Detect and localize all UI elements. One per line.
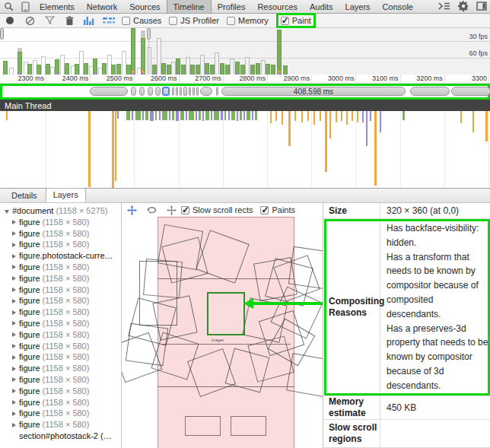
disclosure-triangle-icon[interactable]	[5, 210, 9, 214]
flame-chart[interactable]	[0, 111, 490, 189]
frame-pill[interactable]	[451, 87, 490, 96]
checkbox-paints[interactable]: Paints	[260, 205, 295, 214]
disclosure-triangle-icon[interactable]	[12, 265, 16, 269]
layer-tree-item[interactable]: figure(1158 × 580)	[0, 341, 121, 352]
flame-event-bar[interactable]	[402, 111, 405, 120]
flame-event-bar[interactable]	[329, 111, 331, 138]
disclosure-triangle-icon[interactable]	[12, 344, 16, 348]
flame-event-bar[interactable]	[460, 111, 462, 123]
flame-event-bar[interactable]	[275, 111, 277, 121]
layer-tree-item[interactable]: figure(1158 × 580)	[0, 228, 121, 240]
overview-window-grip-right[interactable]	[147, 28, 151, 40]
flame-event-bar[interactable]	[205, 111, 209, 120]
flame-event-bar[interactable]	[132, 111, 133, 120]
flame-event-bar[interactable]	[135, 111, 141, 120]
disclosure-triangle-icon[interactable]	[12, 276, 16, 281]
frame-pill[interactable]	[139, 87, 145, 96]
tab-layers[interactable]: Layers	[46, 188, 86, 202]
frame-pill[interactable]	[90, 87, 128, 96]
tab-network[interactable]: Network	[81, 0, 123, 13]
disclosure-triangle-icon[interactable]	[12, 389, 16, 393]
layer-outline[interactable]	[143, 259, 183, 298]
tab-details[interactable]: Details	[5, 189, 44, 202]
tab-profiles[interactable]: Profiles	[212, 0, 252, 13]
tab-layers[interactable]: Layers	[339, 0, 377, 13]
checkbox-box[interactable]	[169, 17, 177, 25]
flame-event-bar[interactable]	[231, 111, 235, 120]
flame-event-bar[interactable]	[169, 111, 170, 120]
flame-event-bar[interactable]	[473, 111, 474, 132]
flame-event-bar[interactable]	[117, 111, 119, 119]
disclosure-triangle-icon[interactable]	[12, 400, 16, 405]
disclosure-triangle-icon[interactable]	[12, 367, 16, 371]
frame-pill-selected[interactable]	[162, 87, 170, 96]
flame-event-bar[interactable]	[301, 111, 303, 122]
frames-band[interactable]: 408.598 ms	[0, 84, 490, 100]
flame-event-bar[interactable]	[240, 111, 242, 120]
tab-sources[interactable]: Sources	[123, 0, 166, 13]
layer-tree-item[interactable]: section#photostack-2 (…	[0, 431, 121, 442]
flame-event-bar[interactable]	[150, 111, 154, 121]
checkbox-slow-scroll-rects[interactable]: Slow scroll rects	[181, 205, 253, 214]
checkbox-paint[interactable]: Paint	[276, 13, 316, 28]
checkbox-box[interactable]	[260, 206, 269, 214]
disclosure-triangle-icon[interactable]	[12, 299, 16, 303]
flame-event-bar[interactable]	[155, 111, 157, 120]
disclosure-triangle-icon[interactable]	[12, 310, 16, 315]
disclosure-triangle-icon[interactable]	[12, 231, 16, 236]
frames-mode-icon[interactable]	[99, 14, 119, 27]
settings-icon[interactable]	[458, 1, 469, 13]
frame-pill[interactable]	[192, 87, 195, 96]
layer-tree-item[interactable]: figure(1158 × 580)	[0, 318, 121, 329]
disclosure-triangle-icon[interactable]	[12, 332, 16, 337]
flame-event-bar[interactable]	[221, 111, 223, 120]
pan-icon[interactable]	[122, 203, 142, 217]
flame-event-bar[interactable]	[380, 111, 381, 132]
flame-event-bar[interactable]	[172, 111, 174, 120]
layer-tree-item[interactable]: figure(1158 × 580)	[0, 295, 121, 307]
checkbox-box[interactable]	[227, 17, 235, 25]
flame-event-bar[interactable]	[370, 111, 371, 121]
flame-event-bar[interactable]	[374, 111, 377, 186]
flame-event-bar[interactable]	[162, 111, 167, 120]
layer-tree-item[interactable]: figure(1158 × 580)	[0, 262, 121, 273]
framechart-icon[interactable]	[79, 14, 99, 27]
checkbox-box[interactable]	[281, 17, 289, 25]
tab-timeline[interactable]: Timeline	[167, 0, 212, 13]
flame-event-bar[interactable]	[196, 111, 197, 120]
tab-audits[interactable]: Audits	[304, 0, 339, 13]
flame-event-bar[interactable]	[180, 111, 184, 120]
flame-event-bar[interactable]	[307, 111, 309, 121]
layer-tree-item[interactable]: figure(1158 × 580)	[0, 273, 121, 284]
flame-event-bar[interactable]	[270, 111, 272, 123]
tab-elements[interactable]: Elements	[33, 0, 81, 13]
layer-tree-item[interactable]: figure(1158 × 580)	[0, 329, 121, 341]
flame-event-bar[interactable]	[294, 111, 296, 121]
checkbox-box[interactable]	[181, 206, 189, 214]
frame-pill[interactable]	[189, 87, 191, 96]
flame-event-bar[interactable]	[243, 111, 245, 120]
flame-event-bar[interactable]	[176, 111, 179, 121]
flame-event-bar[interactable]	[325, 111, 327, 172]
checkbox-memory[interactable]: Memory	[227, 16, 269, 25]
flame-event-bar[interactable]	[366, 111, 368, 146]
flame-event-bar[interactable]	[6, 111, 8, 120]
disclosure-triangle-icon[interactable]	[12, 288, 16, 292]
flame-event-bar[interactable]	[485, 111, 488, 141]
flame-event-bar[interactable]	[282, 111, 283, 125]
flame-event-bar[interactable]	[288, 111, 291, 146]
rotate-icon[interactable]	[142, 203, 161, 217]
disclosure-triangle-icon[interactable]	[12, 411, 16, 416]
frame-pill[interactable]	[176, 87, 178, 96]
flame-event-bar[interactable]	[362, 111, 364, 122]
checkbox-js-profiler[interactable]: JS Profiler	[169, 16, 219, 25]
frame-pill[interactable]	[172, 87, 174, 96]
layer-tree-item[interactable]: figure(1158 × 580)	[0, 386, 121, 397]
layer-outline[interactable]	[286, 353, 323, 397]
flame-event-bar[interactable]	[115, 111, 116, 181]
frame-pill[interactable]	[180, 87, 182, 96]
frame-pill[interactable]	[216, 87, 218, 96]
flame-event-bar[interactable]	[142, 111, 144, 120]
frame-pill[interactable]	[183, 87, 187, 96]
flame-event-bar[interactable]	[252, 111, 253, 120]
